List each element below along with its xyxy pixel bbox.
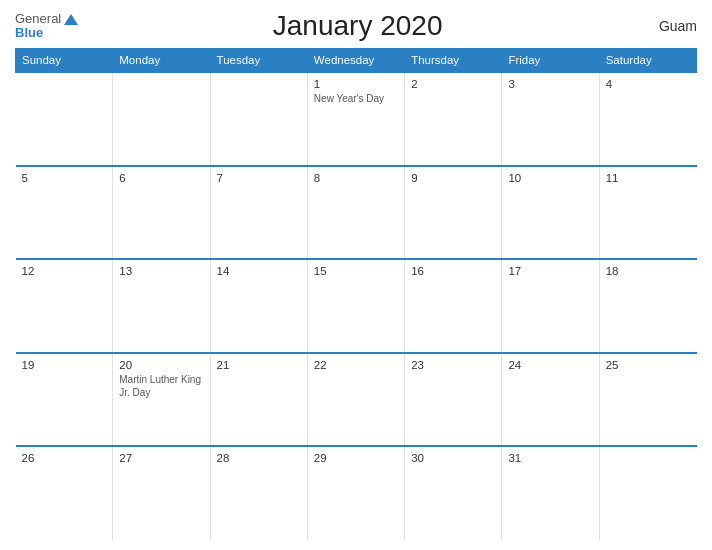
cell-w4-d3: 22 [307,353,404,447]
week-row-5: 262728293031 [16,446,697,540]
cell-w4-d1: 20Martin Luther King Jr. Day [113,353,210,447]
col-thursday: Thursday [405,49,502,73]
calendar-header: General Blue January 2020 Guam [15,10,697,42]
cell-w5-d5: 31 [502,446,599,540]
cell-w1-d5: 3 [502,72,599,166]
cell-w5-d1: 27 [113,446,210,540]
day-number: 7 [217,172,301,184]
day-number: 27 [119,452,203,464]
day-number: 1 [314,78,398,90]
cell-w1-d0 [16,72,113,166]
cell-w1-d6: 4 [599,72,696,166]
day-number: 6 [119,172,203,184]
day-number: 31 [508,452,592,464]
cell-w4-d5: 24 [502,353,599,447]
cell-w5-d3: 29 [307,446,404,540]
logo: General Blue [15,12,78,41]
cell-w3-d5: 17 [502,259,599,353]
logo-general-text: General [15,12,61,26]
day-number: 16 [411,265,495,277]
col-saturday: Saturday [599,49,696,73]
cell-w2-d4: 9 [405,166,502,260]
holiday-name: New Year's Day [314,92,398,105]
cell-w2-d5: 10 [502,166,599,260]
day-number: 28 [217,452,301,464]
day-number: 29 [314,452,398,464]
col-wednesday: Wednesday [307,49,404,73]
cell-w3-d0: 12 [16,259,113,353]
cell-w2-d2: 7 [210,166,307,260]
cell-w4-d4: 23 [405,353,502,447]
day-number: 8 [314,172,398,184]
day-number: 3 [508,78,592,90]
day-number: 10 [508,172,592,184]
day-number: 14 [217,265,301,277]
calendar-title: January 2020 [78,10,637,42]
cell-w1-d2 [210,72,307,166]
cell-w1-d4: 2 [405,72,502,166]
cell-w4-d6: 25 [599,353,696,447]
day-number: 12 [22,265,107,277]
col-friday: Friday [502,49,599,73]
day-number: 26 [22,452,107,464]
cell-w2-d0: 5 [16,166,113,260]
region-label: Guam [637,18,697,34]
day-number: 18 [606,265,691,277]
day-number: 24 [508,359,592,371]
cell-w3-d1: 13 [113,259,210,353]
cell-w1-d1 [113,72,210,166]
logo-blue-text: Blue [15,26,43,40]
day-number: 15 [314,265,398,277]
day-number: 23 [411,359,495,371]
day-number: 2 [411,78,495,90]
calendar-header-row: Sunday Monday Tuesday Wednesday Thursday… [16,49,697,73]
cell-w4-d0: 19 [16,353,113,447]
cell-w2-d3: 8 [307,166,404,260]
holiday-name: Martin Luther King Jr. Day [119,373,203,399]
col-sunday: Sunday [16,49,113,73]
cell-w4-d2: 21 [210,353,307,447]
day-number: 9 [411,172,495,184]
cell-w2-d1: 6 [113,166,210,260]
day-number: 4 [606,78,691,90]
cell-w5-d2: 28 [210,446,307,540]
week-row-2: 567891011 [16,166,697,260]
day-number: 13 [119,265,203,277]
week-row-4: 1920Martin Luther King Jr. Day2122232425 [16,353,697,447]
col-tuesday: Tuesday [210,49,307,73]
cell-w5-d6 [599,446,696,540]
day-number: 22 [314,359,398,371]
cell-w3-d2: 14 [210,259,307,353]
calendar-page: General Blue January 2020 Guam Sunday Mo… [0,0,712,550]
week-row-3: 12131415161718 [16,259,697,353]
logo-triangle-icon [64,14,78,25]
day-number: 21 [217,359,301,371]
day-number: 11 [606,172,691,184]
day-number: 5 [22,172,107,184]
cell-w5-d0: 26 [16,446,113,540]
col-monday: Monday [113,49,210,73]
day-number: 17 [508,265,592,277]
day-number: 20 [119,359,203,371]
cell-w3-d6: 18 [599,259,696,353]
cell-w3-d3: 15 [307,259,404,353]
cell-w3-d4: 16 [405,259,502,353]
day-number: 19 [22,359,107,371]
calendar-table: Sunday Monday Tuesday Wednesday Thursday… [15,48,697,540]
cell-w2-d6: 11 [599,166,696,260]
week-row-1: 1New Year's Day234 [16,72,697,166]
cell-w5-d4: 30 [405,446,502,540]
day-number: 30 [411,452,495,464]
day-number: 25 [606,359,691,371]
cell-w1-d3: 1New Year's Day [307,72,404,166]
